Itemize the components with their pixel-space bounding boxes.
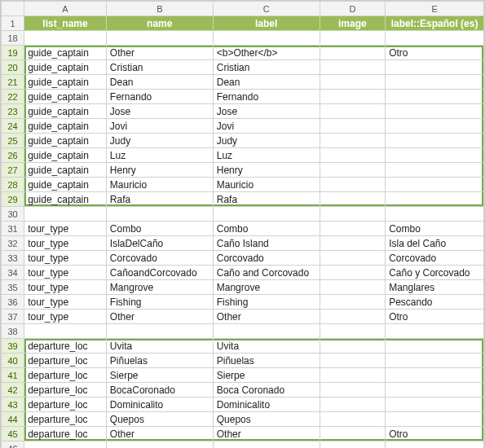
cell[interactable]: Jovi [106,119,213,134]
header-cell-C[interactable]: label [213,16,320,31]
cell[interactable]: Other [213,310,320,324]
cell[interactable] [320,90,386,104]
row-header[interactable]: 18 [2,31,24,46]
cell[interactable]: Judy [213,134,320,148]
cell[interactable]: guide_captain [24,192,107,207]
cell[interactable]: guide_captain [24,119,107,134]
cell[interactable]: guide_captain [24,178,107,192]
cell[interactable]: tour_type [24,280,107,295]
row-header[interactable]: 44 [2,412,24,427]
row-header[interactable]: 34 [2,266,24,280]
cell[interactable] [320,207,386,222]
cell[interactable] [320,266,386,280]
cell[interactable]: Henry [213,163,320,178]
col-header-C[interactable]: C [213,2,320,16]
cell[interactable]: departure_loc [24,383,107,397]
cell[interactable]: Manglares [386,280,484,295]
cell[interactable]: Rafa [106,192,213,207]
cell[interactable]: Sierpe [213,368,320,383]
cell[interactable] [24,207,107,222]
cell[interactable] [386,368,484,383]
cell[interactable] [386,104,484,119]
cell[interactable] [386,397,484,412]
row-header[interactable]: 21 [2,75,24,90]
cell[interactable] [386,207,484,222]
cell[interactable] [320,354,386,368]
cell[interactable]: tour_type [24,266,107,280]
cell[interactable]: tour_type [24,310,107,324]
cell[interactable] [386,339,484,354]
cell[interactable] [386,412,484,427]
cell[interactable] [386,148,484,163]
cell[interactable] [320,310,386,324]
spreadsheet[interactable]: A B C D E 1list_namenamelabelimagelabel:… [0,0,485,448]
cell[interactable]: Uvita [106,339,213,354]
cell[interactable]: departure_loc [24,339,107,354]
cell[interactable]: tour_type [24,295,107,310]
cell[interactable]: Cristian [106,60,213,75]
cell[interactable] [24,31,107,46]
cell[interactable]: Dominicalito [106,397,213,412]
cell[interactable]: Otro [386,46,484,60]
cell[interactable] [320,119,386,134]
cell[interactable] [320,134,386,148]
cell[interactable]: guide_captain [24,163,107,178]
cell[interactable]: departure_loc [24,397,107,412]
cell[interactable]: Uvita [213,339,320,354]
cell[interactable]: IslaDelCaño [106,236,213,251]
cell[interactable] [320,178,386,192]
cell[interactable] [386,178,484,192]
cell[interactable]: Rafa [213,192,320,207]
cell[interactable]: departure_loc [24,368,107,383]
cell[interactable] [386,324,484,339]
cell[interactable]: Luz [213,148,320,163]
col-header-E[interactable]: E [386,2,484,16]
cell[interactable] [386,192,484,207]
cell[interactable]: Jose [106,104,213,119]
cell[interactable]: Dominicalito [213,397,320,412]
cell[interactable] [320,280,386,295]
col-header-B[interactable]: B [106,2,213,16]
cell[interactable] [320,251,386,266]
cell[interactable]: Piñuelas [213,354,320,368]
cell[interactable] [320,412,386,427]
row-header[interactable]: 30 [2,207,24,222]
cell[interactable]: Caño Island [213,236,320,251]
cell[interactable]: Fernando [106,90,213,104]
row-header[interactable]: 38 [2,324,24,339]
cell[interactable]: Jose [213,104,320,119]
cell[interactable]: guide_captain [24,134,107,148]
cell[interactable] [213,31,320,46]
cell[interactable] [106,324,213,339]
cell[interactable]: Caño y Corcovado [386,266,484,280]
cell[interactable]: Quepos [213,412,320,427]
cell[interactable]: Combo [213,222,320,236]
row-header[interactable]: 37 [2,310,24,324]
row-header[interactable]: 20 [2,60,24,75]
row-header[interactable]: 23 [2,104,24,119]
header-cell-B[interactable]: name [106,16,213,31]
cell[interactable] [320,383,386,397]
cell[interactable] [213,207,320,222]
row-header[interactable]: 33 [2,251,24,266]
cell[interactable]: Boca Coronado [213,383,320,397]
header-cell-E[interactable]: label::Español (es) [386,16,484,31]
row-header[interactable]: 45 [2,427,24,441]
row-header[interactable]: 24 [2,119,24,134]
row-header[interactable]: 35 [2,280,24,295]
row-header[interactable]: 39 [2,339,24,354]
cell[interactable] [320,104,386,119]
cell[interactable] [320,368,386,383]
cell[interactable] [386,31,484,46]
cell[interactable]: <b>Other</b> [213,46,320,60]
cell[interactable]: Judy [106,134,213,148]
row-header[interactable]: 31 [2,222,24,236]
cell[interactable] [106,441,213,449]
cell[interactable]: Caño and Corcovado [213,266,320,280]
cell[interactable]: Quepos [106,412,213,427]
cell[interactable]: Fernando [213,90,320,104]
cell[interactable] [320,441,386,449]
cell[interactable] [320,75,386,90]
cell[interactable]: tour_type [24,251,107,266]
cell[interactable] [320,427,386,441]
